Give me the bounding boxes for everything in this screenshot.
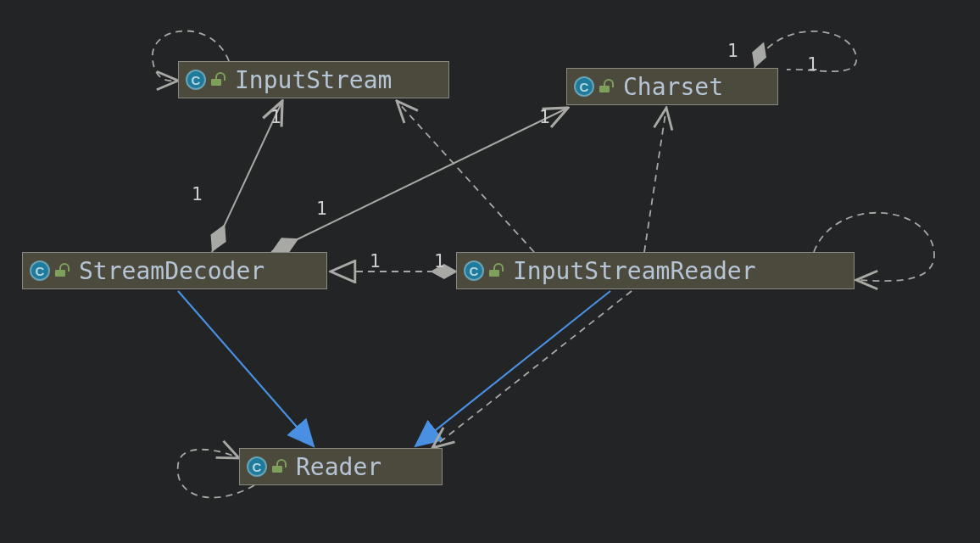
multiplicity-label: 1 <box>370 251 381 272</box>
class-node-streamdecoder[interactable]: C StreamDecoder <box>22 252 327 289</box>
multiplicity-label: 1 <box>270 107 281 127</box>
edge-inputstreamreader-charset <box>644 108 666 252</box>
unlocked-icon <box>272 461 282 473</box>
class-node-inputstreamreader[interactable]: C InputStreamReader <box>456 252 855 289</box>
edge-streamdecoder-charset <box>271 108 568 252</box>
edge-inputstreamreader-reader-dependency <box>432 291 632 448</box>
class-icon: C <box>247 456 267 477</box>
edge-streamdecoder-reader <box>178 291 314 446</box>
class-label: InputStreamReader <box>513 257 756 285</box>
class-icon: C <box>30 260 50 281</box>
class-label: Reader <box>296 453 381 481</box>
diagram-canvas: { "nodes": { "inputStream": { "label": "… <box>0 0 980 543</box>
multiplicity-label: 1 <box>316 199 327 219</box>
multiplicity-label: 1 <box>434 251 445 272</box>
unlocked-icon <box>211 74 221 86</box>
class-label: InputStream <box>235 66 392 94</box>
edge-inputstreamreader-inputstream <box>397 101 534 252</box>
multiplicity-label: 1 <box>192 184 203 204</box>
class-label: Charset <box>623 73 723 101</box>
unlocked-icon <box>55 265 65 277</box>
unlocked-icon <box>599 81 610 92</box>
class-icon: C <box>464 260 484 281</box>
unlocked-icon <box>489 265 499 277</box>
multiplicity-label: 1 <box>807 54 818 75</box>
class-icon: C <box>186 70 206 90</box>
class-node-inputstream[interactable]: C InputStream <box>178 61 449 98</box>
class-label: StreamDecoder <box>79 257 264 285</box>
multiplicity-label: 1 <box>539 107 550 127</box>
edge-charset-self-aggregation <box>754 31 856 71</box>
multiplicity-label: 1 <box>727 41 738 61</box>
class-icon: C <box>574 76 594 97</box>
class-node-charset[interactable]: C Charset <box>566 68 778 105</box>
class-node-reader[interactable]: C Reader <box>239 448 443 485</box>
edge-inputstreamreader-reader-extends <box>415 291 610 446</box>
